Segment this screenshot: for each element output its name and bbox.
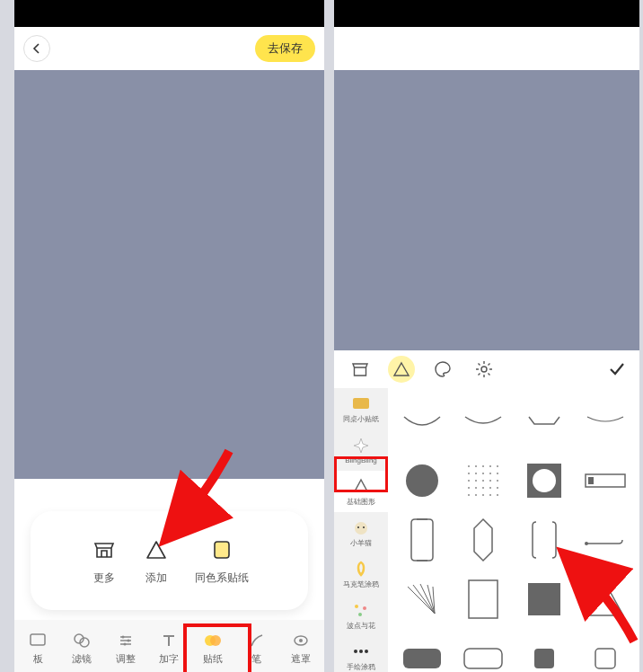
shape-item[interactable]: [454, 453, 512, 508]
shape-item[interactable]: [454, 512, 512, 568]
svg-point-48: [497, 494, 498, 496]
save-button[interactable]: 去保存: [255, 35, 315, 62]
store-icon: [91, 536, 118, 563]
shape-item[interactable]: [577, 571, 634, 627]
gear-icon: [475, 360, 493, 378]
svg-point-18: [363, 606, 366, 610]
palette-icon: [434, 360, 452, 378]
shape-item[interactable]: [577, 393, 634, 449]
svg-rect-62: [464, 649, 502, 668]
svg-point-5: [121, 635, 124, 638]
sheet-tabs: [334, 350, 639, 388]
cat-label: 小羊猫: [350, 538, 372, 548]
cat-marker[interactable]: 马克笔涂鸦: [334, 553, 388, 595]
shape-item[interactable]: [577, 453, 634, 508]
svg-rect-64: [595, 649, 615, 668]
svg-line-54: [408, 587, 435, 614]
store-icon: [351, 360, 369, 378]
svg-rect-63: [534, 649, 554, 668]
canvas-area[interactable]: [334, 70, 639, 350]
tool-filter[interactable]: 滤镜: [61, 631, 102, 666]
shape-item[interactable]: [515, 631, 573, 672]
tool-label: 笔: [251, 652, 261, 666]
shape-item[interactable]: [515, 393, 573, 449]
sticker-option-label: 更多: [93, 570, 115, 586]
top-bar: [334, 27, 639, 70]
svg-point-39: [468, 487, 470, 489]
status-bar: [334, 0, 639, 27]
shape-item[interactable]: [515, 453, 573, 508]
svg-point-38: [497, 480, 498, 482]
svg-point-45: [475, 494, 477, 496]
svg-point-15: [357, 526, 359, 528]
checkmark-icon: [607, 359, 627, 379]
category-column[interactable]: 同桌小贴纸 BlingBling 基础图形 小羊猫 马克笔涂鸦: [334, 388, 388, 672]
tool-adjust[interactable]: 调整: [105, 631, 146, 666]
cat-dots[interactable]: 波点与花: [334, 595, 388, 636]
screen-right: 同桌小贴纸 BlingBling 基础图形 小羊猫 马克笔涂鸦: [334, 0, 639, 672]
shape-item[interactable]: [515, 512, 573, 568]
svg-point-16: [363, 526, 365, 528]
tool-label: 板: [33, 652, 43, 666]
svg-point-34: [468, 480, 470, 482]
sheet-tab-settings[interactable]: [471, 356, 498, 383]
shape-item[interactable]: [393, 453, 451, 508]
cat-label: 马克笔涂鸦: [343, 579, 379, 589]
sticker-option-same-color[interactable]: 同色系贴纸: [195, 536, 249, 586]
shape-item[interactable]: [454, 393, 512, 449]
svg-point-24: [468, 465, 470, 467]
svg-point-25: [475, 465, 477, 467]
svg-rect-61: [403, 649, 441, 668]
svg-point-46: [482, 494, 484, 496]
sheet-body: 同桌小贴纸 BlingBling 基础图形 小羊猫 马克笔涂鸦: [334, 388, 639, 672]
svg-point-50: [533, 469, 556, 492]
tool-label: 加字: [159, 652, 179, 666]
tool-label: 滤镜: [72, 652, 92, 666]
shape-item[interactable]: [454, 631, 512, 672]
svg-point-21: [359, 650, 363, 653]
shape-item[interactable]: [393, 393, 451, 449]
chevron-left-icon: [31, 43, 42, 54]
shape-item[interactable]: [577, 512, 634, 568]
color-card-icon: [208, 536, 235, 563]
back-button[interactable]: [23, 35, 50, 62]
svg-point-26: [482, 465, 484, 467]
shape-item[interactable]: [393, 512, 451, 568]
shape-item[interactable]: [393, 631, 451, 672]
svg-rect-13: [353, 398, 369, 409]
tool-mask[interactable]: 遮罩: [280, 631, 322, 666]
triangle-sparkle-icon: [143, 536, 170, 563]
svg-point-28: [497, 465, 498, 467]
cat-hand-draw[interactable]: 手绘涂鸦: [334, 636, 388, 672]
svg-point-6: [127, 639, 129, 641]
shape-item[interactable]: [577, 631, 634, 672]
canvas-area[interactable]: [14, 70, 324, 479]
shape-item[interactable]: [454, 571, 512, 627]
tool-board[interactable]: 板: [17, 631, 58, 666]
shape-grid[interactable]: [388, 388, 639, 672]
svg-point-41: [482, 487, 484, 489]
sticker-option-more[interactable]: 更多: [91, 536, 118, 586]
svg-point-36: [482, 480, 484, 482]
svg-point-11: [299, 639, 303, 642]
done-button[interactable]: [607, 359, 627, 379]
sheet-tab-shape[interactable]: [388, 356, 415, 383]
svg-rect-59: [469, 580, 498, 618]
svg-point-33: [497, 473, 498, 474]
shape-item[interactable]: [393, 571, 451, 627]
sheet-tab-store[interactable]: [347, 356, 374, 383]
svg-point-35: [475, 480, 477, 482]
highlight-basic-shape: [334, 456, 388, 492]
cat-same-desk[interactable]: 同桌小贴纸: [334, 388, 388, 429]
highlight-sticker-tool: [183, 623, 251, 672]
svg-line-56: [420, 584, 435, 614]
svg-point-43: [497, 487, 498, 489]
svg-point-40: [475, 487, 477, 489]
sticker-option-add[interactable]: 添加: [143, 536, 170, 586]
svg-point-30: [475, 473, 477, 474]
shape-item[interactable]: [515, 571, 573, 627]
svg-rect-2: [31, 634, 45, 645]
sheet-tab-palette[interactable]: [429, 356, 456, 383]
svg-point-32: [489, 473, 491, 474]
cat-little-cat[interactable]: 小羊猫: [334, 512, 388, 553]
